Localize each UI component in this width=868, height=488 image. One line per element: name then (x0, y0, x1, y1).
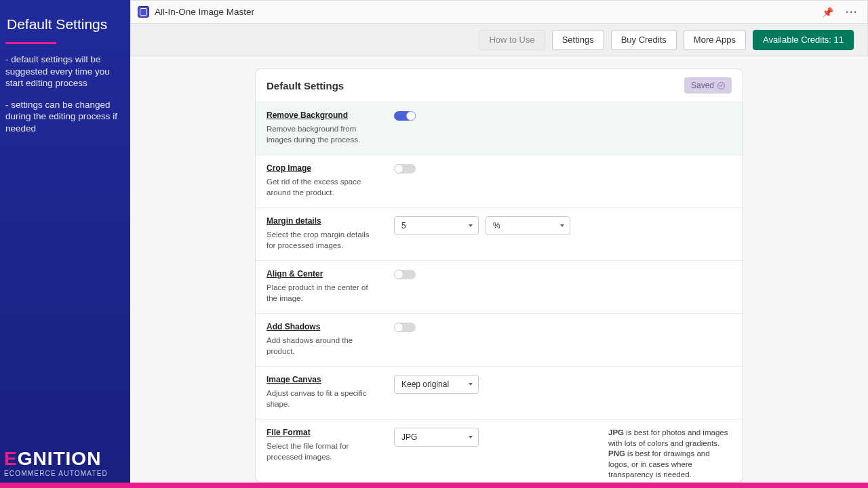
remove-background-title: Remove Background (267, 110, 380, 120)
remove-background-desc: Remove background from images during the… (267, 124, 380, 145)
bottom-accent-bar (0, 483, 868, 488)
sidebar-note-2: - settings can be changed during the edi… (5, 99, 125, 135)
crop-image-toggle[interactable] (394, 164, 416, 174)
settings-card: Default Settings Saved Remove Background… (255, 68, 743, 483)
margin-details-desc: Select the crop margin details for proce… (267, 230, 380, 251)
sidebar-title: Default Settings (5, 14, 125, 38)
file-format-title: File Format (267, 428, 380, 437)
sidebar-title-underline (5, 42, 56, 44)
align-center-toggle[interactable] (394, 270, 416, 279)
brand-logo-rest: GNITION (18, 448, 102, 469)
chevron-down-icon (469, 224, 473, 227)
file-format-value: JPG (401, 432, 417, 442)
chevron-down-icon (469, 383, 473, 386)
how-to-use-button[interactable]: How to Use (479, 30, 545, 50)
buy-credits-button[interactable]: Buy Credits (611, 30, 677, 50)
chevron-down-icon (469, 436, 473, 439)
available-credits-button[interactable]: Available Credits: 11 (753, 30, 854, 50)
image-canvas-value: Keep original (401, 380, 449, 389)
section-margin-details: Margin details Select the crop margin de… (256, 207, 743, 260)
image-canvas-desc: Adjust canvas to fit a specific shape. (267, 388, 380, 409)
crop-image-title: Crop Image (267, 163, 380, 173)
more-apps-button[interactable]: More Apps (684, 30, 746, 50)
margin-details-title: Margin details (267, 216, 380, 226)
section-crop-image: Crop Image Get rid of the excess space a… (256, 155, 743, 207)
section-remove-background: Remove Background Remove background from… (256, 102, 743, 155)
align-center-desc: Place product in the center of the image… (267, 283, 380, 304)
card-header: Default Settings Saved (256, 69, 743, 102)
file-format-select[interactable]: JPG (394, 428, 479, 447)
saved-badge: Saved (684, 77, 732, 94)
margin-value-select[interactable]: 5 (394, 216, 479, 235)
card-title: Default Settings (267, 80, 344, 92)
add-shadows-desc: Add shadows around the product. (267, 336, 380, 357)
crop-image-desc: Get rid of the excess space around the p… (267, 177, 380, 198)
saved-label: Saved (691, 81, 714, 90)
section-add-shadows: Add Shadows Add shadows around the produ… (256, 313, 743, 366)
add-shadows-title: Add Shadows (267, 322, 380, 331)
brand: EGNITION ECOMMERCE AUTOMATED (4, 449, 108, 477)
margin-unit-select[interactable]: % (486, 216, 570, 235)
section-image-canvas: Image Canvas Adjust canvas to fit a spec… (256, 366, 743, 419)
file-format-desc: Select the file format for processed ima… (267, 441, 380, 462)
check-circle-icon (717, 82, 725, 89)
app-title: All-In-One Image Master (155, 7, 254, 17)
main-area: Default Settings Saved Remove Background… (130, 56, 868, 483)
more-icon[interactable]: ··· (843, 5, 861, 19)
align-center-title: Align & Center (267, 269, 380, 279)
brand-logo: EGNITION (4, 449, 108, 468)
chevron-down-icon (560, 224, 564, 227)
pin-icon[interactable]: 📌 (819, 5, 836, 19)
brand-tagline: ECOMMERCE AUTOMATED (4, 470, 108, 477)
app-topbar: All-In-One Image Master 📌 ··· (130, 0, 868, 24)
settings-button[interactable]: Settings (552, 30, 604, 50)
action-bar: How to Use Settings Buy Credits More App… (130, 24, 868, 56)
add-shadows-toggle[interactable] (394, 323, 416, 332)
sidebar: Default Settings - default settings will… (0, 0, 130, 483)
app-icon (138, 6, 149, 18)
sidebar-note-1: - default settings will be suggested eve… (5, 54, 125, 89)
image-canvas-title: Image Canvas (267, 375, 380, 384)
margin-unit: % (493, 221, 500, 230)
section-align-center: Align & Center Place product in the cent… (256, 260, 743, 313)
margin-value: 5 (401, 221, 406, 230)
section-file-format: File Format Select the file format for p… (256, 419, 743, 483)
image-canvas-select[interactable]: Keep original (394, 375, 479, 394)
file-format-hint: JPG is best for photos and images with l… (608, 428, 732, 481)
remove-background-toggle[interactable] (394, 111, 416, 121)
brand-logo-e: E (4, 448, 18, 469)
